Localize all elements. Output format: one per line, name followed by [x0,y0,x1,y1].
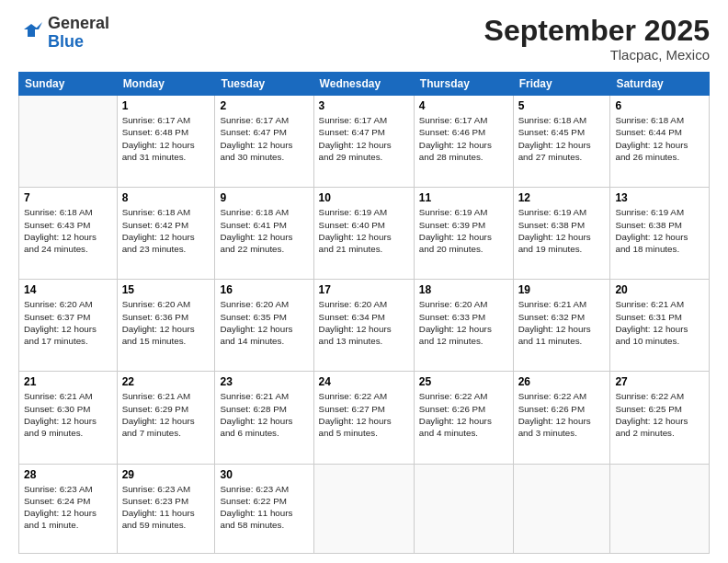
calendar-cell: 3Sunrise: 6:17 AMSunset: 6:47 PMDaylight… [313,96,414,188]
calendar-cell: 23Sunrise: 6:21 AMSunset: 6:28 PMDayligh… [215,372,313,464]
svg-marker-2 [35,22,42,29]
calendar-cell: 12Sunrise: 6:19 AMSunset: 6:38 PMDayligh… [513,188,610,280]
day-info: Sunrise: 6:21 AMSunset: 6:32 PMDaylight:… [518,298,606,347]
day-info: Sunrise: 6:18 AMSunset: 6:42 PMDaylight:… [122,206,210,255]
calendar-cell: 7Sunrise: 6:18 AMSunset: 6:43 PMDaylight… [19,188,118,280]
day-info: Sunrise: 6:17 AMSunset: 6:48 PMDaylight:… [122,114,210,163]
weekday-header-wednesday: Wednesday [313,73,414,96]
logo: General Blue [18,15,109,52]
day-number: 20 [615,283,704,296]
weekday-header-monday: Monday [117,73,215,96]
calendar-cell: 13Sunrise: 6:19 AMSunset: 6:38 PMDayligh… [610,188,710,280]
day-number: 10 [319,191,409,204]
calendar-cell: 6Sunrise: 6:18 AMSunset: 6:44 PMDaylight… [610,96,710,188]
day-number: 25 [419,375,508,388]
day-info: Sunrise: 6:21 AMSunset: 6:30 PMDaylight:… [24,390,112,439]
calendar-cell [610,464,710,553]
day-number: 6 [615,99,704,112]
calendar-cell: 9Sunrise: 6:18 AMSunset: 6:41 PMDaylight… [215,188,313,280]
calendar-cell: 5Sunrise: 6:18 AMSunset: 6:45 PMDaylight… [513,96,610,188]
day-number: 23 [220,375,308,388]
calendar-cell: 18Sunrise: 6:20 AMSunset: 6:33 PMDayligh… [414,280,513,372]
day-number: 1 [122,99,210,112]
calendar-cell: 20Sunrise: 6:21 AMSunset: 6:31 PMDayligh… [610,280,710,372]
weekday-header-friday: Friday [513,73,610,96]
calendar-cell: 26Sunrise: 6:22 AMSunset: 6:26 PMDayligh… [513,372,610,464]
weekday-header-thursday: Thursday [414,73,513,96]
day-info: Sunrise: 6:20 AMSunset: 6:36 PMDaylight:… [122,298,210,347]
day-number: 14 [24,283,112,296]
day-info: Sunrise: 6:23 AMSunset: 6:24 PMDaylight:… [24,483,112,532]
month-title: September 2025 [484,15,710,47]
day-info: Sunrise: 6:17 AMSunset: 6:47 PMDaylight:… [319,114,409,163]
weekday-header-tuesday: Tuesday [215,73,313,96]
day-info: Sunrise: 6:22 AMSunset: 6:26 PMDaylight:… [518,390,606,439]
calendar-cell: 11Sunrise: 6:19 AMSunset: 6:39 PMDayligh… [414,188,513,280]
day-info: Sunrise: 6:20 AMSunset: 6:33 PMDaylight:… [419,298,508,347]
calendar-cell: 17Sunrise: 6:20 AMSunset: 6:34 PMDayligh… [313,280,414,372]
day-info: Sunrise: 6:19 AMSunset: 6:39 PMDaylight:… [419,206,508,255]
logo-general-text: General [48,14,109,32]
location: Tlacpac, Mexico [484,47,710,63]
day-info: Sunrise: 6:22 AMSunset: 6:27 PMDaylight:… [319,390,409,439]
day-number: 24 [319,375,409,388]
day-info: Sunrise: 6:17 AMSunset: 6:47 PMDaylight:… [220,114,308,163]
day-number: 12 [518,191,606,204]
day-info: Sunrise: 6:20 AMSunset: 6:35 PMDaylight:… [220,298,308,347]
calendar-cell [414,464,513,553]
day-number: 22 [122,375,210,388]
day-info: Sunrise: 6:20 AMSunset: 6:37 PMDaylight:… [24,298,112,347]
weekday-header-saturday: Saturday [610,73,710,96]
day-number: 21 [24,375,112,388]
day-info: Sunrise: 6:19 AMSunset: 6:38 PMDaylight:… [615,206,704,255]
calendar-cell [19,96,118,188]
calendar-cell: 4Sunrise: 6:17 AMSunset: 6:46 PMDaylight… [414,96,513,188]
day-number: 15 [122,283,210,296]
calendar-cell: 28Sunrise: 6:23 AMSunset: 6:24 PMDayligh… [19,464,118,553]
calendar-cell: 10Sunrise: 6:19 AMSunset: 6:40 PMDayligh… [313,188,414,280]
calendar-cell: 14Sunrise: 6:20 AMSunset: 6:37 PMDayligh… [19,280,118,372]
day-number: 29 [122,468,210,481]
calendar-cell: 22Sunrise: 6:21 AMSunset: 6:29 PMDayligh… [117,372,215,464]
day-info: Sunrise: 6:21 AMSunset: 6:29 PMDaylight:… [122,390,210,439]
calendar-cell: 27Sunrise: 6:22 AMSunset: 6:25 PMDayligh… [610,372,710,464]
day-info: Sunrise: 6:18 AMSunset: 6:43 PMDaylight:… [24,206,112,255]
day-number: 19 [518,283,606,296]
day-number: 17 [319,283,409,296]
day-number: 4 [419,99,508,112]
day-info: Sunrise: 6:17 AMSunset: 6:46 PMDaylight:… [419,114,508,163]
day-info: Sunrise: 6:20 AMSunset: 6:34 PMDaylight:… [319,298,409,347]
day-number: 2 [220,99,308,112]
svg-marker-1 [24,24,39,37]
calendar-cell: 21Sunrise: 6:21 AMSunset: 6:30 PMDayligh… [19,372,118,464]
day-number: 11 [419,191,508,204]
day-info: Sunrise: 6:23 AMSunset: 6:23 PMDaylight:… [122,483,210,532]
day-info: Sunrise: 6:18 AMSunset: 6:45 PMDaylight:… [518,114,606,163]
day-info: Sunrise: 6:22 AMSunset: 6:26 PMDaylight:… [419,390,508,439]
day-number: 13 [615,191,704,204]
day-number: 8 [122,191,210,204]
calendar-cell: 24Sunrise: 6:22 AMSunset: 6:27 PMDayligh… [313,372,414,464]
calendar: SundayMondayTuesdayWednesdayThursdayFrid… [18,72,710,554]
day-number: 5 [518,99,606,112]
calendar-cell: 30Sunrise: 6:23 AMSunset: 6:22 PMDayligh… [215,464,313,553]
day-info: Sunrise: 6:18 AMSunset: 6:41 PMDaylight:… [220,206,308,255]
day-info: Sunrise: 6:18 AMSunset: 6:44 PMDaylight:… [615,114,704,163]
day-number: 16 [220,283,308,296]
calendar-cell: 2Sunrise: 6:17 AMSunset: 6:47 PMDaylight… [215,96,313,188]
day-info: Sunrise: 6:21 AMSunset: 6:28 PMDaylight:… [220,390,308,439]
weekday-header-sunday: Sunday [19,73,118,96]
calendar-cell [313,464,414,553]
logo-icon [18,20,44,46]
calendar-cell: 8Sunrise: 6:18 AMSunset: 6:42 PMDaylight… [117,188,215,280]
day-number: 18 [419,283,508,296]
calendar-cell: 19Sunrise: 6:21 AMSunset: 6:32 PMDayligh… [513,280,610,372]
day-number: 7 [24,191,112,204]
calendar-cell: 15Sunrise: 6:20 AMSunset: 6:36 PMDayligh… [117,280,215,372]
day-info: Sunrise: 6:22 AMSunset: 6:25 PMDaylight:… [615,390,704,439]
calendar-cell: 16Sunrise: 6:20 AMSunset: 6:35 PMDayligh… [215,280,313,372]
title-block: September 2025 Tlacpac, Mexico [484,15,710,63]
day-info: Sunrise: 6:23 AMSunset: 6:22 PMDaylight:… [220,483,308,532]
calendar-cell [513,464,610,553]
day-info: Sunrise: 6:21 AMSunset: 6:31 PMDaylight:… [615,298,704,347]
